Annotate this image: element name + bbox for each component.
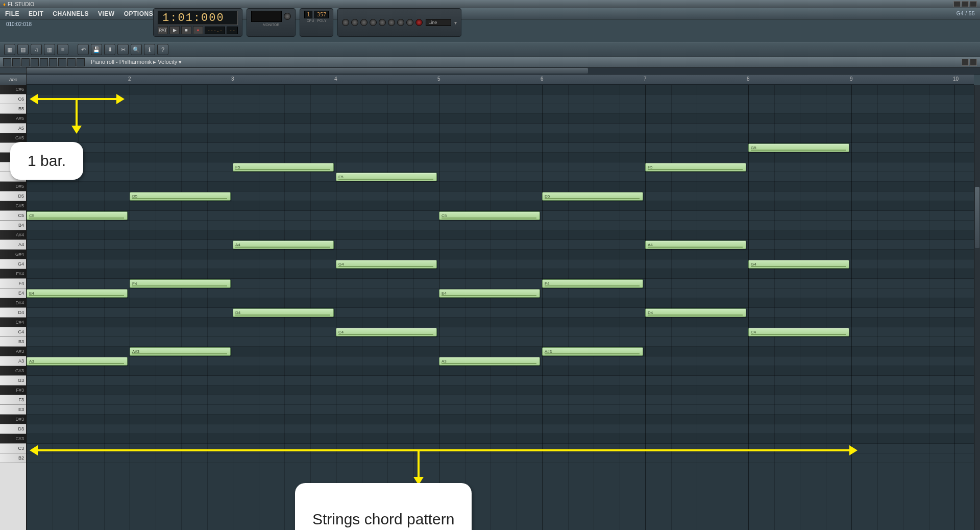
shortcut-icon[interactable] — [379, 19, 386, 26]
menu-edit[interactable]: EDIT — [29, 10, 43, 17]
piano-key[interactable]: B5 — [0, 104, 26, 114]
menu-view[interactable]: VIEW — [98, 10, 115, 17]
info-button[interactable]: ℹ — [144, 44, 155, 55]
master-volume-knob[interactable] — [284, 13, 291, 20]
shortcut-icon[interactable] — [351, 19, 358, 26]
piano-key[interactable]: A5 — [0, 124, 26, 133]
select-tool-icon[interactable] — [58, 58, 66, 66]
piano-key[interactable]: A#3 — [0, 347, 26, 356]
piano-key[interactable]: D#4 — [0, 298, 26, 308]
piano-key[interactable]: C#4 — [0, 318, 26, 327]
render-button[interactable]: ⬇ — [104, 44, 115, 55]
midi-note[interactable]: C4 — [748, 328, 849, 336]
piano-key[interactable]: E4 — [0, 288, 26, 298]
piano-key[interactable]: D4 — [0, 308, 26, 318]
slice-tool-icon[interactable] — [49, 58, 57, 66]
menu-file[interactable]: FILE — [5, 10, 19, 17]
chevron-down-icon[interactable]: ▾ — [454, 20, 457, 26]
midi-note[interactable]: C5 — [27, 211, 128, 220]
midi-note[interactable]: D4 — [233, 308, 334, 317]
piano-key[interactable]: G3 — [0, 376, 26, 386]
piano-key[interactable]: B2 — [0, 453, 26, 463]
record-shortcut-icon[interactable] — [415, 19, 423, 26]
note-grid[interactable]: C5E4A3D5F4A#3F5A4D4E5G4C4C5E4A3D5F4A#3F5… — [27, 85, 974, 530]
piano-key[interactable]: C4 — [0, 327, 26, 337]
piano-key[interactable]: C6 — [0, 94, 26, 104]
shortcut-icon[interactable] — [406, 19, 413, 26]
scroll-thumb[interactable] — [27, 68, 588, 74]
piano-key[interactable]: C3 — [0, 444, 26, 453]
piano-key[interactable]: A#4 — [0, 230, 26, 240]
piano-key[interactable]: C5 — [0, 211, 26, 221]
midi-note[interactable]: E4 — [439, 289, 540, 298]
piano-key[interactable]: B3 — [0, 337, 26, 347]
midi-note[interactable]: A#3 — [542, 347, 643, 356]
shortcut-icon[interactable] — [342, 19, 349, 26]
midi-note[interactable]: F5 — [233, 163, 334, 172]
piano-key[interactable]: B4 — [0, 221, 26, 230]
vertical-scrollbar[interactable] — [974, 85, 980, 530]
piano-key[interactable]: F4 — [0, 279, 26, 288]
playback-tool-icon[interactable] — [77, 58, 85, 66]
scroll-thumb[interactable] — [975, 187, 979, 248]
shortcut-icon[interactable] — [388, 19, 395, 26]
tempo-display[interactable]: ---.- — [205, 27, 225, 34]
pianoroll-maximize-button[interactable] — [962, 59, 969, 66]
midi-note[interactable]: D4 — [645, 308, 746, 317]
midi-note[interactable]: C5 — [439, 211, 540, 220]
playlist-button[interactable]: ▦ — [4, 44, 15, 55]
shortcut-icon[interactable] — [397, 19, 404, 26]
shortcut-icon[interactable] — [360, 19, 368, 26]
browser-button[interactable]: ▥ — [44, 44, 55, 55]
mute-tool-icon[interactable] — [40, 58, 48, 66]
midi-note[interactable]: A3 — [439, 357, 540, 366]
song-position-lcd[interactable]: 1:01:000 — [158, 11, 238, 25]
midi-note[interactable]: D5 — [542, 192, 643, 201]
record-button[interactable]: ● — [193, 26, 203, 34]
paint-tool-icon[interactable] — [21, 58, 30, 66]
shortcut-icon[interactable] — [370, 19, 377, 26]
zoom-tool-icon[interactable] — [67, 58, 76, 66]
midi-note[interactable]: D5 — [130, 192, 231, 201]
midi-note[interactable]: A#3 — [130, 347, 231, 356]
midi-note[interactable]: C4 — [336, 328, 437, 336]
piano-key[interactable]: F#3 — [0, 386, 26, 395]
play-button[interactable]: ▶ — [169, 26, 180, 34]
piano-key[interactable]: F3 — [0, 395, 26, 405]
mixer-button[interactable]: ≡ — [57, 44, 68, 55]
piano-key[interactable]: G#4 — [0, 250, 26, 259]
midi-note[interactable]: A3 — [27, 357, 128, 366]
maximize-button[interactable] — [962, 1, 969, 7]
one-click-button[interactable]: 🔍 — [131, 44, 142, 55]
midi-note[interactable]: G4 — [748, 260, 849, 269]
midi-note[interactable]: G4 — [336, 260, 437, 269]
midi-note[interactable]: G5 — [748, 143, 849, 152]
midi-note[interactable]: E5 — [336, 173, 437, 181]
midi-note[interactable]: F4 — [130, 279, 231, 288]
ruler-option-button[interactable] — [0, 67, 26, 74]
midi-note[interactable]: E4 — [27, 289, 128, 298]
menu-options[interactable]: OPTIONS — [124, 10, 154, 17]
midi-note[interactable]: A4 — [645, 240, 746, 249]
piano-key[interactable]: C#5 — [0, 201, 26, 211]
draw-tool-icon[interactable] — [12, 58, 20, 66]
undo-button[interactable]: ↶ — [78, 44, 89, 55]
help-button[interactable]: ? — [157, 44, 168, 55]
midi-note[interactable]: A4 — [233, 240, 334, 249]
minimize-button[interactable] — [953, 1, 961, 7]
save-button[interactable]: 💾 — [91, 44, 102, 55]
horizontal-scrollbar[interactable] — [27, 67, 980, 74]
piano-key[interactable]: G4 — [0, 259, 26, 269]
midi-note[interactable]: F5 — [645, 163, 746, 172]
export-button[interactable]: ✂ — [117, 44, 129, 55]
piano-key[interactable]: G#3 — [0, 366, 26, 376]
piano-key[interactable]: D3 — [0, 424, 26, 434]
piano-key[interactable]: A#5 — [0, 114, 26, 124]
piano-roll-button[interactable]: ♫ — [31, 44, 42, 55]
piano-key[interactable]: D5 — [0, 191, 26, 201]
delete-tool-icon[interactable] — [31, 58, 39, 66]
stop-button[interactable]: ■ — [181, 26, 191, 34]
timeline-track[interactable]: 2345678910 — [27, 75, 974, 85]
pattern-mode-button[interactable]: PAT — [158, 26, 168, 34]
piano-key[interactable]: C#3 — [0, 434, 26, 444]
